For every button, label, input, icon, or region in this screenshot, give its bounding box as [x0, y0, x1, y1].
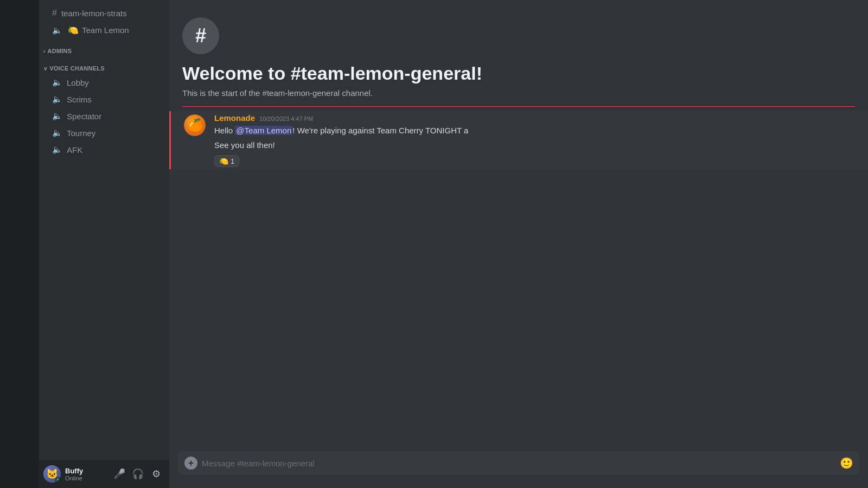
- unread-line: [182, 106, 855, 107]
- tourney-speaker-icon: 🔈: [52, 128, 62, 138]
- scrims-channel-name: Scrims: [67, 95, 92, 104]
- user-area: 🐱 Buffy Online 🎤 🎧 ⚙: [39, 460, 169, 488]
- voice-channels-section-header[interactable]: ∨ VOICE CHANNELS: [39, 56, 169, 74]
- main-content: # Welcome to #team-lemon-general! This i…: [169, 0, 868, 488]
- message-content: Lemonade 10/20/2023 4:47 PM Hello @Team …: [214, 113, 855, 167]
- message-header: Lemonade 10/20/2023 4:47 PM: [214, 113, 855, 123]
- emoji-picker-button[interactable]: 🙂: [840, 457, 853, 470]
- voice-channels-section-label: VOICE CHANNELS: [49, 65, 104, 72]
- channel-intro-title: Welcome to #team-lemon-general!: [182, 63, 855, 84]
- status-dot: [55, 477, 61, 483]
- reactions-area: 🍋 1: [214, 155, 855, 167]
- message-input-area: + Message #team-lemon-general 🙂: [169, 451, 868, 488]
- voice-channels-chevron: ∨: [43, 66, 47, 72]
- sidebar-item-spectator[interactable]: 🔈 Spectator: [43, 108, 165, 124]
- channel-intro-desc: This is the start of the #team-lemon-gen…: [182, 88, 855, 98]
- admins-section-header[interactable]: › ADMINS: [39, 39, 169, 56]
- sidebar: # team-lemon-strats 🔈 🍋 Team Lemon › ADM…: [39, 0, 169, 488]
- unread-divider: [182, 106, 855, 107]
- settings-button[interactable]: ⚙: [148, 465, 165, 483]
- channel-intro-icon: #: [182, 17, 219, 54]
- scrims-speaker-icon: 🔈: [52, 94, 62, 104]
- lobby-channel-name: Lobby: [67, 78, 89, 87]
- team-lemon-mention[interactable]: @Team Lemon: [235, 126, 292, 135]
- admins-chevron: ›: [43, 48, 46, 54]
- lemon-reaction[interactable]: 🍋 1: [214, 155, 239, 167]
- message-text-line2: See you all then!: [214, 139, 855, 151]
- tourney-channel-name: Tourney: [67, 129, 95, 138]
- hash-icon: #: [52, 8, 57, 18]
- user-controls: 🎤 🎧 ⚙: [111, 465, 165, 483]
- channel-intro: # Welcome to #team-lemon-general! This i…: [169, 9, 868, 102]
- afk-speaker-icon: 🔈: [52, 145, 62, 155]
- message-timestamp: 10/20/2023 4:47 PM: [259, 115, 313, 122]
- channel-name-strats: team-lemon-strats: [61, 9, 127, 18]
- avatar: 🐱: [43, 465, 61, 483]
- message-input-box: + Message #team-lemon-general 🙂: [178, 451, 859, 475]
- hash-big-icon: #: [195, 24, 206, 47]
- team-lemon-emoji: 🍋: [68, 25, 79, 35]
- add-attachment-button[interactable]: +: [184, 457, 197, 470]
- channel-list: # team-lemon-strats 🔈 🍋 Team Lemon › ADM…: [39, 0, 169, 460]
- lemonade-avatar-image: 🍊: [184, 114, 206, 136]
- reaction-emoji: 🍋: [219, 157, 228, 165]
- spectator-channel-name: Spectator: [67, 112, 101, 121]
- message-text-line1: Hello @Team Lemon! We're playing against…: [214, 125, 855, 136]
- message-group: 🍊 Lemonade 10/20/2023 4:47 PM Hello @Tea…: [169, 111, 868, 169]
- message-input[interactable]: Message #team-lemon-general: [202, 459, 840, 468]
- message-author-avatar: 🍊: [184, 114, 206, 136]
- speaker-icon: 🔈: [52, 25, 62, 35]
- sidebar-item-scrims[interactable]: 🔈 Scrims: [43, 91, 165, 107]
- user-info: Buffy Online: [65, 467, 106, 481]
- lobby-speaker-icon: 🔈: [52, 78, 62, 87]
- sidebar-item-team-lemon-strats[interactable]: # team-lemon-strats: [43, 5, 165, 21]
- reaction-count: 1: [231, 157, 234, 165]
- mic-button[interactable]: 🎤: [111, 465, 128, 483]
- message-author-name: Lemonade: [214, 113, 255, 123]
- sidebar-item-afk[interactable]: 🔈 AFK: [43, 142, 165, 158]
- afk-channel-name: AFK: [67, 145, 82, 155]
- admins-section-label: ADMINS: [48, 48, 72, 54]
- headphones-button[interactable]: 🎧: [129, 465, 146, 483]
- messages-area: # Welcome to #team-lemon-general! This i…: [169, 0, 868, 451]
- sidebar-item-lobby[interactable]: 🔈 Lobby: [43, 74, 165, 91]
- user-status: Online: [65, 475, 106, 481]
- spectator-speaker-icon: 🔈: [52, 111, 62, 121]
- sidebar-item-tourney[interactable]: 🔈 Tourney: [43, 125, 165, 141]
- username: Buffy: [65, 467, 106, 475]
- server-strip: [0, 0, 39, 488]
- team-lemon-channel-name: Team Lemon: [82, 25, 129, 35]
- sidebar-item-team-lemon[interactable]: 🔈 🍋 Team Lemon: [43, 22, 165, 38]
